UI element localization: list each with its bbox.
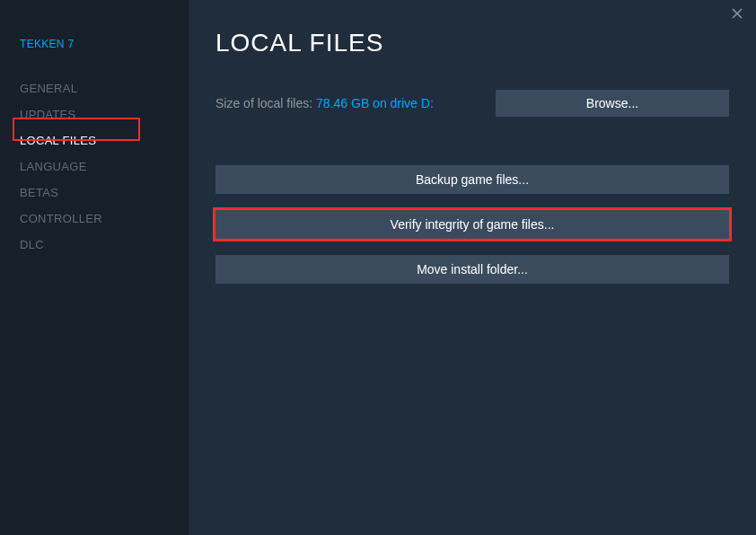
close-icon (732, 8, 743, 19)
sidebar-item-local-files[interactable]: LOCAL FILES (20, 127, 189, 153)
backup-button[interactable]: Backup game files... (215, 165, 729, 194)
size-text: Size of local files: 78.46 GB on drive D… (215, 96, 434, 110)
main-panel: LOCAL FILES Size of local files: 78.46 G… (189, 0, 756, 535)
move-folder-button[interactable]: Move install folder... (215, 255, 729, 284)
sidebar: TEKKEN 7 GENERAL UPDATES LOCAL FILES LAN… (0, 0, 189, 535)
game-title: TEKKEN 7 (20, 38, 189, 50)
size-row: Size of local files: 78.46 GB on drive D… (215, 90, 729, 117)
sidebar-item-general[interactable]: GENERAL (20, 75, 189, 101)
verify-button[interactable]: Verify integrity of game files... (215, 210, 729, 239)
size-label: Size of local files: (215, 96, 316, 110)
sidebar-item-dlc[interactable]: DLC (20, 232, 189, 258)
actions: Backup game files... Verify integrity of… (215, 165, 729, 284)
sidebar-item-updates[interactable]: UPDATES (20, 101, 189, 127)
sidebar-item-language[interactable]: LANGUAGE (20, 153, 189, 180)
sidebar-item-controller[interactable]: CONTROLLER (20, 206, 189, 232)
verify-button-label: Verify integrity of game files... (391, 217, 555, 232)
browse-button[interactable]: Browse... (496, 90, 729, 117)
page-title: LOCAL FILES (215, 29, 729, 57)
close-button[interactable] (729, 5, 745, 22)
sidebar-item-betas[interactable]: BETAS (20, 180, 189, 206)
size-value: 78.46 GB on drive D: (316, 96, 434, 110)
